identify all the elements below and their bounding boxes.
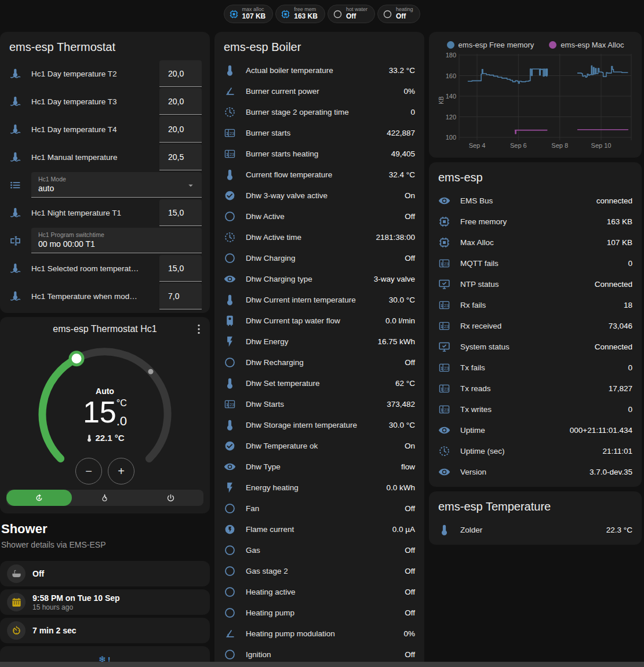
entity-row[interactable]: 123 Tx fails 0 [438,357,632,378]
entity-row[interactable]: Dhw Current tap water flow 0.0 l/min [224,310,415,331]
legend-item[interactable]: ems-esp Free memory [447,41,534,49]
entity-row: Hc1 Selected room temperat… 15,0 [9,254,202,282]
entity-row[interactable]: Heating pump modulation 0% [224,623,415,644]
decrease-temp-button[interactable]: − [75,458,102,484]
entity-row[interactable]: Dhw Active time 2181:38:00 [224,227,415,247]
mode-button[interactable] [72,490,137,506]
status-chip[interactable]: hot water Off [328,5,375,23]
number-input[interactable]: 15,0 [159,255,202,282]
entity-row[interactable]: Heating active Off [224,581,415,602]
svg-text:A: A [38,497,41,500]
horizontal-scrollbar[interactable] [0,662,644,667]
circle-outline-icon [383,9,392,19]
entity-row[interactable]: Current flow temperature 32.4 °C [224,164,415,185]
number-input[interactable]: 20,0 [159,88,202,115]
entity-label: Hc1 Selected room temperat… [31,264,139,273]
entity-row[interactable]: Dhw Energy 16.75 kWh [224,331,415,352]
entity-row[interactable]: Fan Off [224,498,415,519]
form-textbox-icon [9,235,21,247]
entity-row[interactable]: 123 Tx reads 17,827 [438,378,632,399]
svg-text:Sep 10: Sep 10 [591,142,612,149]
entity-row[interactable]: Free memory 163 KB [438,211,632,232]
entity-value: Off [405,504,415,513]
entity-row[interactable]: 123 Tx writes 0 [438,399,632,420]
entity-row[interactable]: Uptime 000+21:11:01.434 [438,420,632,440]
entity-row[interactable]: Dhw Temperature ok On [224,435,415,456]
entity-row[interactable]: Heating pump Off [224,602,415,623]
entity-row[interactable]: Dhw Current intern temperature 30.0 °C [224,289,415,310]
entity-value: Off [405,358,415,367]
shower-tile[interactable]: 7 min 2 sec [0,618,210,643]
shower-tile[interactable]: Off [0,561,210,586]
number-input[interactable]: 15,0 [159,199,202,226]
entity-row[interactable]: 123 Rx fails 18 [438,294,632,315]
entity-row[interactable]: Dhw Charging Off [224,247,415,268]
entity-row[interactable]: 123 MQTT fails 0 [438,253,632,274]
entity-row[interactable]: Burner current power 0% [224,81,415,101]
entity-row[interactable]: EMS Bus connected [438,190,632,211]
entity-value: Off [405,608,415,617]
entity-label: Heating pump [246,608,294,617]
thermometer-water-icon [9,96,21,108]
entity-row[interactable]: Actual boiler temperature 33.2 °C [224,60,415,81]
svg-text:1: 1 [226,402,228,407]
more-options-icon[interactable] [192,323,205,336]
entity-row: Hc1 Program switchtime 00 mo 00:00 T1 [9,227,202,254]
mode-select[interactable]: Hc1 Mode auto [31,172,202,198]
shower-tile[interactable]: 9:58 PM on Tue 10 Sep 15 hours ago [0,589,210,615]
status-chip[interactable]: free mem 163 KB [275,5,325,23]
svg-text:1: 1 [441,407,443,412]
entity-row[interactable]: Gas Off [224,540,415,560]
entity-row[interactable]: 123 Dhw Starts 373,482 [224,393,415,414]
entity-row[interactable]: Uptime (sec) 21:11:01 [438,440,632,461]
bathtub-icon [11,568,22,579]
entity-row[interactable]: Dhw Set temperature 62 °C [224,373,415,393]
entity-row[interactable]: Zolder 22.3 °C [438,519,632,540]
entity-row[interactable]: System status Connected [438,336,632,357]
entity-row[interactable]: 123 Rx received 73,046 [438,315,632,336]
number-input[interactable]: 20,5 [159,144,202,170]
entity-row[interactable]: NTP status Connected [438,274,632,294]
entity-row[interactable]: Dhw Storage intern temperature 30.0 °C [224,414,415,435]
entity-row: Hc1 Day temperature T2 20,0 [9,60,202,88]
circle-outline-icon [224,648,236,661]
counter-icon: 123 [438,403,450,415]
mode-button[interactable] [138,490,203,506]
entity-row[interactable]: Version 3.7.0-dev.35 [438,461,632,482]
entity-row[interactable]: 123 Burner starts heating 49,405 [224,143,415,164]
status-chip[interactable]: heating Off [377,5,421,23]
entity-row[interactable]: Energy heating 0.0 kWh [224,477,415,498]
circle-outline-icon [224,565,236,577]
mode-button[interactable]: A [6,490,72,506]
switchtime-input[interactable]: Hc1 Program switchtime 00 mo 00:00 T1 [31,228,202,253]
thermometer-icon [224,294,236,306]
legend-item[interactable]: ems-esp Max Alloc [549,41,624,49]
entity-value: Off [405,650,415,659]
entity-label: Dhw Charging [246,254,296,263]
current-temp-marker [148,369,154,374]
entity-row[interactable]: Dhw Active Off [224,206,415,227]
entity-row[interactable]: Gas stage 2 Off [224,560,415,581]
entity-row[interactable]: Flame current 0.0 µA [224,519,415,540]
entity-row: Hc1 Mode auto [9,171,202,199]
entity-row[interactable]: Burner stage 2 operating time 0 [224,101,415,122]
status-chip[interactable]: max alloc 107 KB [224,5,274,23]
entity-row[interactable]: Max Alloc 107 KB [438,232,632,253]
svg-text:1: 1 [441,365,443,370]
monitor-check-icon [438,278,450,290]
entity-row[interactable]: Dhw 3-way valve active On [224,185,415,206]
svg-text:1: 1 [226,130,228,136]
entity-row[interactable]: Dhw Type flow [224,456,415,477]
entity-label: Dhw Starts [246,400,284,409]
hvac-mode-label: Auto [0,387,210,396]
chip-value: 163 KB [294,13,318,20]
number-input[interactable]: 7,0 [159,283,202,309]
number-input[interactable]: 20,0 [159,60,202,87]
increase-temp-button[interactable]: + [108,458,134,484]
entity-row[interactable]: 123 Burner starts 422,887 [224,122,415,143]
number-input[interactable]: 20,0 [159,116,202,143]
entity-row[interactable]: Dhw Recharging Off [224,352,415,373]
card-title: ems-esp Boiler [214,32,424,54]
entity-row[interactable]: Dhw Charging type 3-way valve [224,268,415,289]
svg-text:1: 1 [441,302,443,308]
